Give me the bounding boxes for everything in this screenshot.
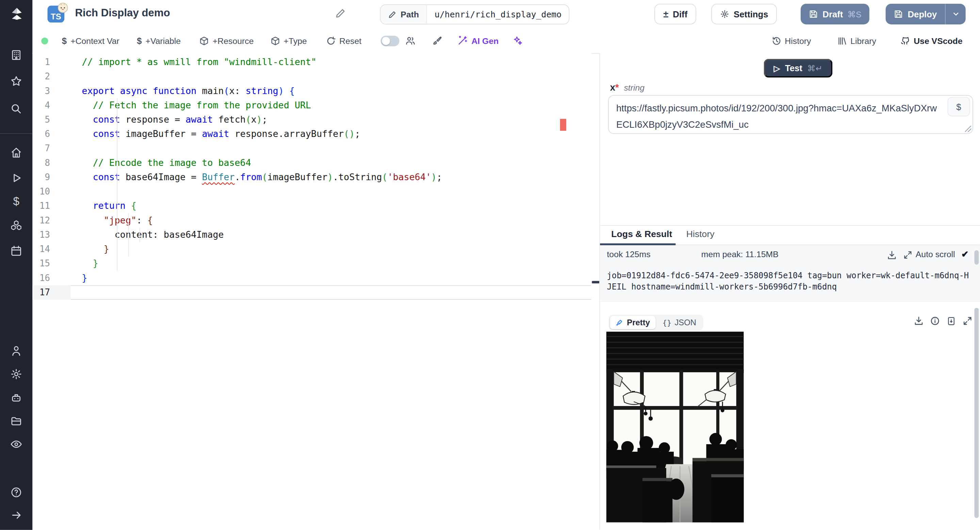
settings-label: Settings <box>733 9 768 19</box>
line-content: export async function main(x: string) { <box>71 84 592 98</box>
auto-scroll-label[interactable]: Auto scroll <box>916 250 955 259</box>
sidebar-item-workspace[interactable] <box>0 47 33 63</box>
tab-history[interactable]: History <box>686 229 714 239</box>
line-number: 1 <box>33 55 71 69</box>
history-button[interactable]: History <box>772 36 811 46</box>
line-number: 15 <box>33 257 71 271</box>
play-icon: ▷ <box>774 63 780 73</box>
code-lines: 1// import * as wmill from "windmill-cli… <box>33 53 592 300</box>
log-scrollbar[interactable] <box>974 251 978 265</box>
download-icon <box>887 251 897 260</box>
test-button[interactable]: ▷ Test ⌘↵ <box>764 59 832 78</box>
pretty-tab[interactable]: Pretty <box>610 316 656 329</box>
line-number: 6 <box>33 127 71 141</box>
windmill-logo-icon <box>8 6 24 22</box>
sidebar-expand[interactable] <box>0 507 33 523</box>
sidebar-item-favorites[interactable] <box>0 73 33 89</box>
resize-grip[interactable] <box>965 126 971 132</box>
line-number: 7 <box>33 141 71 156</box>
indent-guide <box>117 98 118 271</box>
ai-gen-button[interactable]: AI Gen <box>458 36 498 46</box>
mem-peak-text: mem peak: 11.15MB <box>701 250 778 259</box>
insert-variable-button[interactable]: $ <box>947 97 970 117</box>
code-line: 14 } <box>33 242 592 257</box>
add-resource-button[interactable]: +Resource <box>199 36 253 46</box>
add-variable-button[interactable]: $ +Variable <box>137 36 181 46</box>
folder-icon <box>10 415 22 428</box>
arrow-right-icon <box>10 509 22 521</box>
copy-result-button[interactable] <box>946 316 956 326</box>
argument-input[interactable]: https://fastly.picsum.photos/id/192/200/… <box>608 95 973 134</box>
argument-input-wrapper: https://fastly.picsum.photos/id/192/200/… <box>608 95 973 134</box>
deploy-dropdown-button[interactable] <box>946 4 966 24</box>
building-icon <box>10 49 22 61</box>
pen-icon <box>616 318 624 327</box>
line-number: 17 <box>33 286 71 300</box>
download-logs-button[interactable] <box>887 251 897 260</box>
expand-logs-button[interactable] <box>903 251 913 260</box>
result-info-button[interactable] <box>930 316 940 326</box>
add-context-var-button[interactable]: $ +Context Var <box>62 36 119 46</box>
windmill-logo[interactable] <box>0 6 33 22</box>
github-icon <box>900 36 910 46</box>
edit-summary-icon[interactable] <box>335 8 345 19</box>
line-content <box>71 141 592 156</box>
sidebar-item-help[interactable] <box>0 484 33 501</box>
multiplayer-button[interactable] <box>405 35 416 46</box>
result-actions <box>914 316 972 326</box>
line-number: 12 <box>33 213 71 228</box>
download-icon <box>914 316 924 326</box>
reset-button[interactable]: Reset <box>326 36 361 46</box>
result-scrollbar[interactable] <box>974 308 978 518</box>
draft-button[interactable]: Draft ⌘S <box>801 4 869 24</box>
gear-icon <box>10 368 22 380</box>
sidebar-item-settings[interactable] <box>0 366 33 382</box>
sidebar-item-variables[interactable]: $ <box>0 193 33 210</box>
deploy-button[interactable]: Deploy <box>886 4 945 24</box>
sparkles-icon <box>512 36 522 46</box>
sidebar-item-audit-logs[interactable] <box>0 436 33 452</box>
diff-mode-toggle[interactable] <box>381 35 399 46</box>
json-tab[interactable]: {} JSON <box>657 316 702 329</box>
expand-result-button[interactable] <box>963 316 972 326</box>
line-content: } <box>71 242 592 257</box>
sidebar-item-runs[interactable] <box>0 170 33 186</box>
braces-icon: {} <box>662 318 672 327</box>
check-icon[interactable]: ✔ <box>961 249 969 259</box>
log-output: job=01912d84-fdc6-5474-2ee9-358098f5e104… <box>607 270 970 292</box>
header-row: TS Rich Display demo Path <box>33 0 980 28</box>
format-button[interactable] <box>432 36 442 46</box>
sidebar-item-workers[interactable] <box>0 390 33 406</box>
sidebar-item-folders[interactable] <box>0 413 33 429</box>
settings-button[interactable]: Settings <box>711 4 777 24</box>
tab-logs-result[interactable]: Logs & Result <box>611 229 672 239</box>
dollar-icon: $ <box>62 36 67 46</box>
ai-sparkles-button[interactable] <box>512 36 522 46</box>
context-var-label: +Context Var <box>70 36 119 46</box>
draft-shortcut: ⌘S <box>847 9 861 19</box>
diff-button[interactable]: ± Diff <box>655 4 696 24</box>
sidebar-item-home[interactable] <box>0 144 33 161</box>
panel-resize-handle[interactable] <box>592 281 599 283</box>
library-button[interactable]: Library <box>837 36 876 46</box>
code-line: 12 "jpeg": { <box>33 213 592 228</box>
download-result-button[interactable] <box>914 316 924 326</box>
sidebar-item-search[interactable] <box>0 101 33 117</box>
sidebar-item-resources[interactable] <box>0 218 33 234</box>
line-content: const imageBuffer = await response.array… <box>71 127 592 141</box>
sidebar-item-users[interactable] <box>0 343 33 359</box>
result-view-switch: Pretty {} JSON <box>609 315 703 330</box>
sidebar: $ <box>0 0 33 530</box>
line-number: 13 <box>33 228 71 242</box>
path-chip[interactable]: Path u/henri/rich_display_demo <box>380 5 570 24</box>
code-editor[interactable]: 1// import * as wmill from "windmill-cli… <box>33 53 592 530</box>
home-icon <box>10 147 22 159</box>
sidebar-item-schedules[interactable] <box>0 243 33 259</box>
path-edit-button[interactable]: Path <box>381 5 427 24</box>
header-actions: ± Diff Settings Draft ⌘S <box>655 4 966 24</box>
line-number: 5 <box>33 113 71 127</box>
line-number: 2 <box>33 69 71 84</box>
add-type-button[interactable]: +Type <box>270 36 307 46</box>
dollar-icon: $ <box>956 102 961 112</box>
use-vscode-button[interactable]: Use VScode <box>900 36 963 46</box>
